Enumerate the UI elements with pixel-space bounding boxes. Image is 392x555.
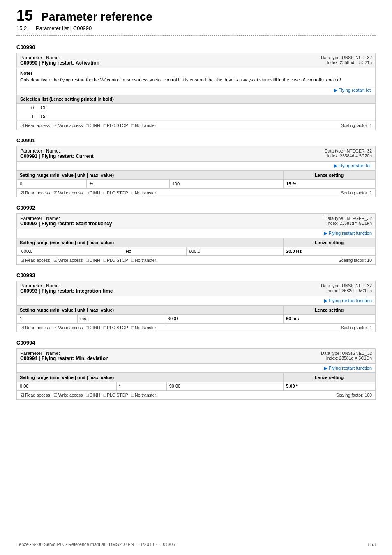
- selection-row-C00990-1: 1On: [17, 112, 375, 121]
- footer-row-C00994: Read access Write access CINH PLC STOP N…: [17, 391, 375, 399]
- footer-label-4: No transfer: [135, 325, 156, 330]
- selection-index-1: 1: [17, 112, 37, 120]
- lenze-value-C00994: 5.00 °: [284, 382, 375, 391]
- footer-label-2: CINH: [90, 325, 100, 330]
- checkbox-2: [86, 258, 89, 263]
- checkbox-3: [104, 190, 106, 195]
- footer-left: Lenze · 9400 Servo PLC· Reference manual…: [16, 542, 175, 547]
- footer-item-C00991-1: Write access: [53, 190, 83, 195]
- range-unit-C00994: °: [116, 382, 166, 391]
- footer-label-2: CINH: [90, 393, 100, 398]
- checkbox-4: [131, 393, 134, 398]
- footer-item-C00992-0: Read access: [20, 258, 50, 263]
- link-text-C00993[interactable]: Flying restart function: [324, 298, 372, 303]
- footer-right: 853: [368, 542, 376, 547]
- footer-label-1: Write access: [58, 393, 83, 398]
- section-label-C00992: C00992: [16, 205, 376, 211]
- link-text-C00991[interactable]: Flying restart fct.: [334, 163, 372, 168]
- range-min-C00992: -600.0: [17, 247, 123, 256]
- param-name-C00992: C00992 | Flying restart: Start frequency: [20, 221, 112, 227]
- footer-label-4: No transfer: [135, 393, 156, 398]
- link-text-C00994[interactable]: Flying restart function: [324, 365, 372, 370]
- param-header-C00993: Parameter | Name:C00993 | Flying restart…: [17, 281, 375, 296]
- checkbox-2: [86, 190, 89, 195]
- checkbox-0: [20, 325, 24, 330]
- param-block-C00991: Parameter | Name:C00991 | Flying restart…: [16, 146, 376, 197]
- section-label-C00990: C00990: [16, 44, 376, 50]
- footer-label-0: Read access: [25, 190, 50, 195]
- checkbox-2: [86, 393, 89, 398]
- footer-label-3: PLC STOP: [107, 123, 128, 128]
- note-box-C00990: Note!Only deactivate the flying restart …: [17, 68, 375, 86]
- footer-item-C00990-0: Read access: [20, 123, 50, 128]
- checkbox-4: [131, 258, 134, 263]
- param-header-C00991: Parameter | Name:C00991 | Flying restart…: [17, 146, 375, 162]
- page-footer: Lenze · 9400 Servo PLC· Reference manual…: [0, 542, 392, 547]
- footer-label-1: Write access: [58, 258, 83, 263]
- range-unit-C00991: %: [87, 180, 170, 188]
- link-text-C00992[interactable]: Flying restart function: [324, 231, 372, 236]
- footer-item-C00992-3: PLC STOP: [104, 258, 128, 263]
- footer-label-3: PLC STOP: [107, 258, 128, 263]
- param-name-C00991: C00991 | Flying restart: Current: [20, 153, 94, 159]
- param-label-C00993: Parameter | Name:: [20, 283, 60, 288]
- param-header-C00994: Parameter | Name:C00994 | Flying restart…: [17, 349, 375, 364]
- checkbox-3: [104, 325, 106, 330]
- checkbox-1: [53, 258, 58, 263]
- range-unit-C00992: Hz: [123, 247, 186, 256]
- checkbox-0: [20, 258, 24, 263]
- param-name-C00994: C00994 | Flying restart: Min. deviation: [20, 356, 108, 361]
- footer-label-3: PLC STOP: [107, 190, 128, 195]
- footer-item-C00993-1: Write access: [53, 325, 83, 330]
- link-row-C00991[interactable]: Flying restart fct.: [17, 162, 375, 171]
- param-label-C00992: Parameter | Name:: [20, 216, 60, 221]
- section-title: Parameter list | C00990: [36, 25, 92, 31]
- footer-item-C00991-2: CINH: [86, 190, 100, 195]
- footer-item-C00994-0: Read access: [20, 393, 50, 398]
- param-name-C00993: C00993 | Flying restart: Integration tim…: [20, 288, 113, 294]
- footer-item-C00994-2: CINH: [86, 393, 100, 398]
- scaling-C00994: Scaling factor: 100: [336, 393, 372, 398]
- footer-label-0: Read access: [25, 258, 50, 263]
- range-max-C00992: 600.0: [186, 247, 283, 256]
- lenze-value-C00992: 20.0 Hz: [284, 247, 375, 256]
- footer-item-C00993-3: PLC STOP: [104, 325, 128, 330]
- link-row-C00990[interactable]: Flying restart fct.: [17, 86, 375, 95]
- footer-item-C00990-4: No transfer: [131, 123, 156, 128]
- footer-label-2: CINH: [90, 123, 100, 128]
- link-row-C00992[interactable]: Flying restart function: [17, 229, 375, 238]
- footer-row-C00990: Read access Write access CINH PLC STOP N…: [17, 121, 375, 130]
- range-max-C00994: 90.00: [166, 382, 283, 391]
- param-block-C00994: Parameter | Name:C00994 | Flying restart…: [16, 348, 376, 400]
- checkbox-3: [104, 258, 106, 263]
- footer-label-3: PLC STOP: [107, 325, 128, 330]
- checkbox-0: [20, 123, 24, 128]
- param-meta-C00993: Data type: UNSIGNED_32Index: 23582d = 5C…: [321, 283, 372, 293]
- footer-row-C00992: Read access Write access CINH PLC STOP N…: [17, 256, 375, 264]
- lenze-header-C00993: Lenze setting: [284, 306, 375, 314]
- divider: [16, 35, 376, 36]
- checkbox-4: [131, 325, 134, 330]
- link-row-C00993[interactable]: Flying restart function: [17, 296, 375, 305]
- section-number: 15.2: [16, 25, 27, 31]
- scaling-C00993: Scaling factor: 1: [341, 325, 372, 330]
- lenze-header-C00992: Lenze setting: [284, 238, 375, 247]
- footer-label-0: Read access: [25, 123, 50, 128]
- footer-item-C00992-2: CINH: [86, 258, 100, 263]
- footer-item-C00990-2: CINH: [86, 123, 100, 128]
- footer-item-C00991-0: Read access: [20, 190, 50, 195]
- lenze-value-C00991: 15 %: [284, 180, 375, 188]
- section-label-C00993: C00993: [16, 272, 376, 278]
- range-table-C00991: Setting range (min. value | unit | max. …: [17, 171, 375, 188]
- range-table-C00993: Setting range (min. value | unit | max. …: [17, 305, 375, 323]
- checkbox-1: [53, 325, 58, 330]
- range-min-C00994: 0.00: [17, 382, 117, 391]
- link-row-C00994[interactable]: Flying restart function: [17, 364, 375, 373]
- footer-label-4: No transfer: [135, 123, 156, 128]
- section-label-C00991: C00991: [16, 137, 376, 143]
- note-text-C00990: Only deactivate the flying restart for t…: [20, 77, 372, 83]
- footer-item-C00993-2: CINH: [86, 325, 100, 330]
- link-text-C00990[interactable]: Flying restart fct.: [334, 88, 372, 92]
- scaling-C00990: Scaling factor: 1: [341, 123, 372, 128]
- footer-item-C00991-4: No transfer: [131, 190, 156, 195]
